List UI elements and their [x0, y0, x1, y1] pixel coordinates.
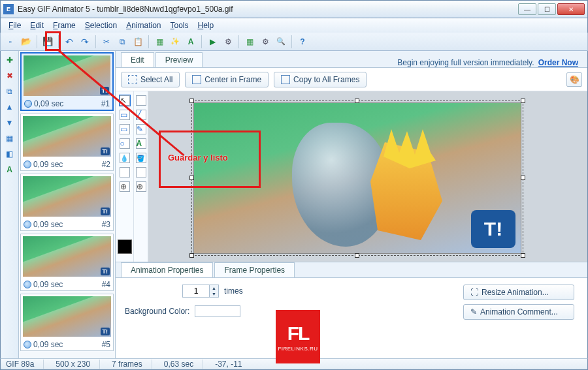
- frame-number: #2: [102, 160, 110, 169]
- save-button[interactable]: [41, 35, 55, 49]
- times-label: times: [224, 286, 243, 296]
- effects-button[interactable]: [168, 35, 182, 49]
- tab-frame-props[interactable]: Frame Properties: [214, 262, 295, 277]
- text-tool[interactable]: [136, 138, 146, 149]
- animation-comment-button[interactable]: ✎Animation Comment...: [463, 304, 574, 320]
- eyedropper-tool[interactable]: [120, 153, 130, 163]
- frame-thumb-5[interactable]: 0,09 sec#5: [20, 294, 114, 351]
- copy-button[interactable]: [115, 35, 129, 49]
- delete-frame-icon[interactable]: ✖: [3, 69, 16, 82]
- marquee-tool[interactable]: [136, 95, 146, 106]
- add-frame-icon[interactable]: ✚: [3, 54, 16, 67]
- status-frame-count: 7 frames: [112, 360, 152, 369]
- export-button[interactable]: [242, 35, 257, 49]
- status-gif-version: GIF 89a: [6, 360, 44, 369]
- menu-animation[interactable]: Animation: [122, 20, 165, 31]
- app-icon: E: [3, 4, 14, 14]
- settings-button[interactable]: [221, 35, 235, 49]
- main-toolbar: [0, 33, 588, 51]
- frame-thumb-4[interactable]: 0,09 sec#4: [20, 234, 114, 291]
- window-titlebar: E Easy GIF Animator 5 - tumblr_li8de8Nuw…: [0, 0, 588, 18]
- spray-tool[interactable]: [136, 167, 146, 177]
- left-toolbox: ✚ ✖ ⧉ ▲ ▼ ▦ ◧: [1, 51, 19, 358]
- watermark-logo: FL: [287, 322, 309, 345]
- status-coords: -37, -11: [215, 360, 242, 369]
- tab-preview[interactable]: Preview: [155, 52, 203, 67]
- zoom-in-tool[interactable]: [120, 181, 130, 192]
- thumbnail-image: [23, 236, 111, 277]
- duplicate-frame-icon[interactable]: ⧉: [3, 85, 16, 98]
- frame-thumb-3[interactable]: 0,09 sec#3: [20, 174, 114, 231]
- frame-number: #5: [102, 340, 110, 349]
- play-button[interactable]: [205, 35, 220, 49]
- menu-frame[interactable]: Frame: [49, 20, 80, 31]
- minimize-button[interactable]: —: [518, 3, 536, 15]
- tab-anim-props[interactable]: Animation Properties: [121, 262, 213, 277]
- color-swatch[interactable]: [118, 239, 132, 254]
- redo-button[interactable]: [78, 35, 92, 49]
- pencil-tool[interactable]: [136, 124, 146, 134]
- ellipse-tool[interactable]: [120, 138, 130, 149]
- selection-handles[interactable]: [191, 100, 523, 256]
- bg-color-picker[interactable]: [195, 305, 240, 317]
- frame-duration: 0,09 sec: [24, 280, 63, 289]
- filled-rect-tool[interactable]: [120, 124, 130, 134]
- paste-button[interactable]: [131, 35, 145, 49]
- maximize-button[interactable]: ☐: [538, 3, 556, 15]
- frame-number: #4: [102, 280, 110, 289]
- open-button[interactable]: [19, 35, 33, 49]
- times-spinner[interactable]: ▲▼: [182, 285, 219, 298]
- palette-button[interactable]: 🎨: [566, 72, 582, 87]
- select-all-button[interactable]: Select All: [121, 72, 180, 87]
- menu-edit[interactable]: Edit: [26, 20, 48, 31]
- close-button[interactable]: ✕: [557, 3, 585, 15]
- spin-up-icon[interactable]: ▲: [210, 285, 218, 291]
- draw-tools-col1: [116, 91, 134, 262]
- select-all-icon: [128, 75, 137, 84]
- help-button[interactable]: [295, 35, 310, 49]
- window-title: Easy GIF Animator 5 - tumblr_li8de8Nuwd1…: [18, 5, 518, 14]
- insert-image-button[interactable]: [152, 35, 167, 49]
- menu-tools[interactable]: Tools: [167, 20, 193, 31]
- menu-selection[interactable]: Selection: [81, 20, 121, 31]
- frame-effect-icon[interactable]: ◧: [3, 147, 16, 161]
- times-input[interactable]: [183, 285, 209, 297]
- watermark-url: FIRELINKS.RU: [278, 346, 318, 352]
- cut-button[interactable]: [99, 35, 114, 49]
- comment-icon: ✎: [470, 307, 477, 316]
- frame-up-icon[interactable]: ▲: [3, 100, 16, 114]
- tab-edit[interactable]: Edit: [121, 52, 154, 67]
- frame-duration: 0,09 sec: [24, 340, 63, 349]
- canvas[interactable]: T! Guardar y listo: [148, 91, 587, 262]
- thumbnail-image: [23, 116, 111, 157]
- menu-help[interactable]: Help: [194, 20, 218, 31]
- frame-thumb-1[interactable]: 0,09 sec#1: [20, 52, 114, 111]
- fill-tool[interactable]: [136, 153, 146, 163]
- frame-down-icon[interactable]: ▼: [3, 116, 16, 129]
- resize-icon: ⛶: [470, 288, 478, 297]
- frame-text-icon[interactable]: [3, 163, 16, 176]
- text-button[interactable]: [184, 35, 198, 49]
- frame-duration: 0,09 sec: [24, 220, 63, 229]
- options-button[interactable]: [258, 35, 272, 49]
- spin-down-icon[interactable]: ▼: [210, 291, 218, 297]
- copy-to-all-button[interactable]: Copy to All Frames: [274, 72, 367, 87]
- edit-actions: Select All Center in Frame Copy to All F…: [116, 68, 587, 91]
- zoom-toolbar-button[interactable]: [274, 35, 288, 49]
- frame-thumb-2[interactable]: 0,09 sec#2: [20, 114, 114, 171]
- zoom-out-tool[interactable]: [136, 181, 146, 192]
- frame-duration: 0,09 sec: [24, 99, 63, 108]
- undo-button[interactable]: [62, 35, 76, 49]
- eraser-tool[interactable]: [120, 167, 130, 177]
- rect-tool[interactable]: [120, 110, 130, 120]
- center-in-frame-button[interactable]: Center in Frame: [185, 72, 269, 87]
- status-dimensions: 500 x 230: [56, 360, 100, 369]
- menu-bar: File Edit Frame Selection Animation Tool…: [0, 18, 588, 33]
- menu-file[interactable]: File: [5, 20, 25, 31]
- thumbnail-image: [24, 55, 110, 96]
- resize-animation-button[interactable]: ⛶Resize Animation...: [463, 285, 574, 300]
- order-now-link[interactable]: Order Now: [538, 58, 578, 67]
- frames-panel[interactable]: 0,09 sec#1 0,09 sec#2 0,09 sec#3 0,09 se…: [19, 51, 116, 358]
- new-button[interactable]: [3, 35, 18, 49]
- frame-props-icon[interactable]: ▦: [3, 132, 16, 145]
